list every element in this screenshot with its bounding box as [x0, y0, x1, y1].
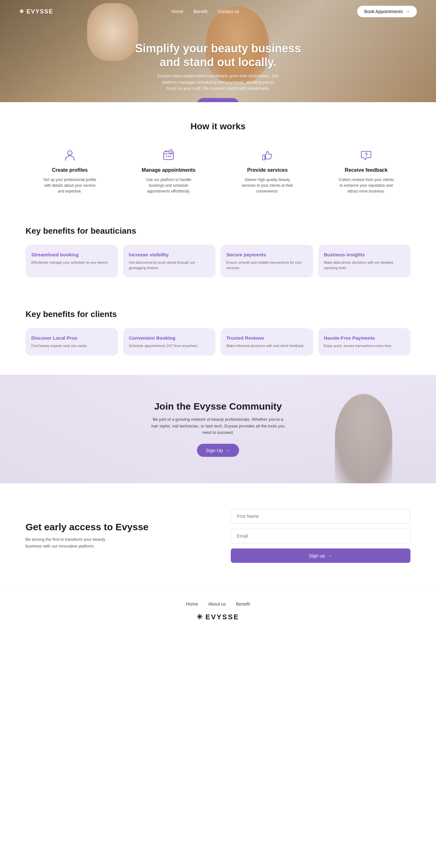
client-card-title: Convenient Booking [129, 335, 210, 341]
benefit-card-title: Secure payments [226, 252, 307, 257]
community-signup-button[interactable]: Sign Up → [197, 444, 239, 457]
early-access-form: Sign up → [231, 509, 410, 563]
how-step-desc: Set up your professional profile with de… [41, 177, 99, 194]
early-access-desc: Be among the first to transform your bea… [26, 536, 115, 550]
beautician-benefits-title: Key benefits for beauticians [26, 226, 410, 236]
how-step-receive-feedback: Receive feedback Collect reviews from yo… [322, 147, 411, 194]
navigation: ✳ EVYSSE Home Benefit Contact us Book Ap… [0, 0, 436, 23]
how-step-desc: Deliver high-quality beauty services to … [239, 177, 296, 194]
early-access-signup-button[interactable]: Sign up → [231, 549, 410, 563]
nav-contact[interactable]: Contact us [218, 9, 239, 14]
how-step-desc: Collect reviews from your clients to enh… [337, 177, 395, 194]
benefit-card-desc: Ensure smooth and reliable transactions … [226, 260, 307, 270]
calendar-icon [160, 147, 177, 163]
how-it-works-grid: Create profiles Set up your professional… [26, 147, 410, 194]
thumbsup-icon [259, 147, 276, 163]
book-appointments-button[interactable]: Book Appointments → [357, 6, 417, 17]
footer-link-about[interactable]: About us [208, 601, 226, 607]
how-step-title: Provide services [247, 167, 288, 173]
client-card-reviews: Trusted Reviews Make informed decisions … [221, 328, 313, 355]
client-card-desc: Enjoy quick, secure transactions every t… [324, 343, 405, 349]
nav-links: Home Benefit Contact us [172, 9, 239, 14]
client-card-desc: Make informed decisions with real client… [226, 343, 307, 349]
svg-point-7 [366, 156, 366, 157]
benefit-card-title: Increase visibility [129, 252, 210, 257]
client-card-title: Discover Local Pros [31, 335, 112, 341]
brand-logo[interactable]: ✳ EVYSSE [19, 8, 53, 15]
nav-benefit[interactable]: Benefit [194, 9, 208, 14]
svg-point-0 [68, 151, 72, 155]
benefit-card-visibility: Increase visibility Get discovered by lo… [123, 245, 216, 277]
question-icon [358, 147, 374, 163]
client-benefits-section: Key benefits for clients Discover Local … [0, 297, 436, 375]
brand-asterisk: ✳ [19, 8, 25, 15]
how-step-title: Manage appointments [142, 167, 196, 173]
how-step-provide-services: Provide services Deliver high-quality be… [223, 147, 312, 194]
how-it-works-section: How it works Create profiles Set up your… [0, 102, 436, 213]
brand-name: EVYSSE [27, 8, 53, 15]
footer-brand-name: EVYSSE [205, 613, 239, 621]
benefit-card-insights: Business insights Make data-driven decis… [318, 245, 411, 277]
hero-section: ✳ EVYSSE Home Benefit Contact us Book Ap… [0, 0, 436, 102]
community-section: Join the Evysse Community Be part of a g… [0, 375, 436, 483]
footer-brand-logo: ✳ EVYSSE [26, 613, 410, 621]
early-access-section: Get early access to Evysse Be among the … [0, 483, 436, 588]
how-it-works-title: How it works [26, 121, 410, 131]
client-card-title: Trusted Reviews [226, 335, 307, 341]
client-card-payments: Hassle-Free Payments Enjoy quick, secure… [318, 328, 411, 355]
benefit-card-desc: Get discovered by local clients through … [129, 260, 210, 270]
client-card-local-pros: Discover Local Pros Find beauty experts … [26, 328, 118, 355]
community-desc: Be part of a growing network of beauty p… [151, 416, 285, 436]
how-step-title: Receive feedback [345, 167, 387, 173]
footer-links: Home About us Benefit [26, 601, 410, 607]
how-step-create-profiles: Create profiles Set up your professional… [26, 147, 114, 194]
hero-signup-button[interactable]: Sign Up → [197, 98, 239, 102]
footer-brand-asterisk: ✳ [197, 613, 203, 621]
community-content: Join the Evysse Community Be part of a g… [138, 382, 298, 476]
client-benefits-grid: Discover Local Pros Find beauty experts … [26, 328, 410, 355]
beautician-benefits-grid: Streamlined booking Effortlessly manage … [26, 245, 410, 277]
early-access-title: Get early access to Evysse [26, 522, 205, 532]
svg-point-2 [166, 156, 167, 157]
benefit-card-booking: Streamlined booking Effortlessly manage … [26, 245, 118, 277]
svg-point-4 [170, 156, 171, 157]
benefit-card-desc: Make data-driven decisions with our deta… [324, 260, 405, 270]
hero-subtitle: Evysse helps independent beauticians gro… [157, 73, 279, 92]
client-card-title: Hassle-Free Payments [324, 335, 405, 341]
footer-link-benefit[interactable]: Benefit [236, 601, 250, 607]
svg-rect-6 [263, 155, 265, 160]
beautician-benefits-section: Key benefits for beauticians Streamlined… [0, 213, 436, 297]
benefit-card-desc: Effortlessly manage your schedule on any… [31, 260, 112, 265]
first-name-input[interactable] [231, 509, 410, 524]
footer: Home About us Benefit ✳ EVYSSE [0, 588, 436, 640]
client-card-desc: Schedule appointments 24/7 from anywhere… [129, 343, 210, 349]
how-step-manage-appointments: Manage appointments Use our platform to … [124, 147, 213, 194]
client-card-desc: Find beauty experts near you easily [31, 343, 112, 349]
svg-point-3 [168, 156, 169, 157]
person-icon [62, 147, 78, 163]
hero-title: Simplify your beauty business and stand … [0, 41, 436, 69]
community-title: Join the Evysse Community [151, 401, 285, 412]
early-access-left: Get early access to Evysse Be among the … [26, 522, 205, 550]
benefit-card-title: Streamlined booking [31, 252, 112, 257]
client-benefits-title: Key benefits for clients [26, 309, 410, 319]
footer-link-home[interactable]: Home [186, 601, 198, 607]
how-step-desc: Use our platform to handle bookings and … [140, 177, 197, 194]
community-person-decor [335, 394, 392, 483]
email-input[interactable] [231, 529, 410, 543]
benefit-card-title: Business insights [324, 252, 405, 257]
benefit-card-payments: Secure payments Ensure smooth and reliab… [221, 245, 313, 277]
client-card-booking: Convenient Booking Schedule appointments… [123, 328, 216, 355]
nav-home[interactable]: Home [172, 9, 183, 14]
how-step-title: Create profiles [52, 167, 88, 173]
